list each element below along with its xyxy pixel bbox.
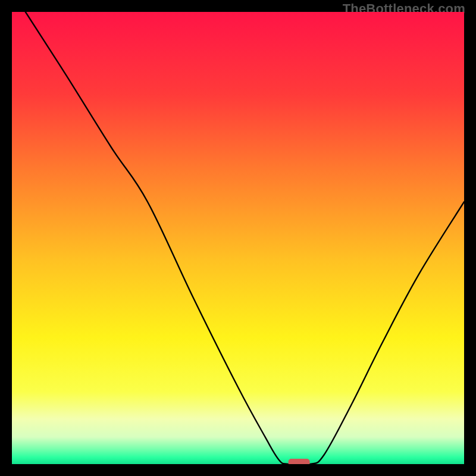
chart-frame: TheBottleneck.com xyxy=(0,0,476,476)
chart-svg xyxy=(12,12,464,464)
gradient-background xyxy=(12,12,464,464)
marker-pill xyxy=(289,459,310,464)
plot-area xyxy=(12,12,464,464)
